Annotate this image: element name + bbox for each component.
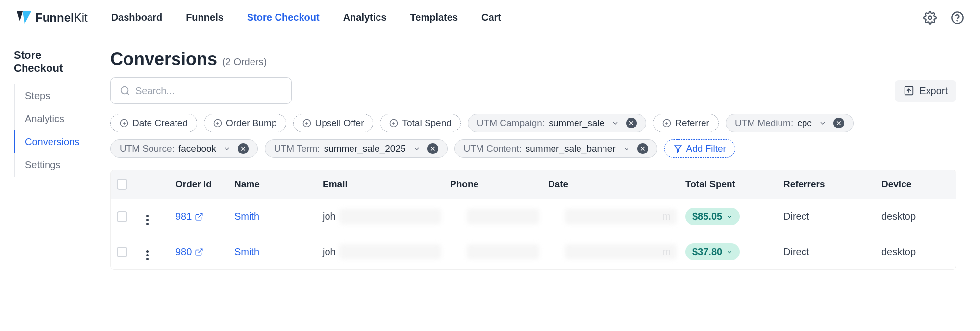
- close-icon[interactable]: ✕: [626, 118, 637, 128]
- svg-line-22: [199, 213, 202, 217]
- chevron-down-icon: [223, 145, 231, 153]
- svg-point-2: [957, 20, 957, 21]
- phone-cell: [450, 246, 548, 257]
- row-checkbox[interactable]: [117, 247, 127, 257]
- plus-icon: [662, 119, 671, 127]
- plus-icon: [302, 119, 311, 127]
- gear-icon[interactable]: [923, 11, 937, 25]
- filter-pill-utm-content[interactable]: UTM Content: summer_sale_banner ✕: [454, 139, 657, 158]
- col-order-id: Order Id: [176, 179, 234, 190]
- device-cell: desktop: [881, 246, 950, 257]
- svg-point-0: [929, 16, 932, 19]
- brand-name: FunnelKit: [35, 11, 88, 25]
- nav-funnels[interactable]: Funnels: [186, 12, 224, 23]
- filter-pill-utm-medium[interactable]: UTM Medium: cpc ✕: [726, 114, 854, 132]
- sidebar-item-conversions[interactable]: Conversions: [14, 130, 87, 153]
- close-icon[interactable]: ✕: [238, 143, 249, 154]
- filter-pill-order-bump[interactable]: Order Bump: [204, 114, 286, 132]
- svg-point-3: [121, 87, 128, 94]
- close-icon[interactable]: ✕: [833, 118, 844, 128]
- export-icon: [904, 85, 914, 96]
- filter-pill-total-spend[interactable]: Total Spend: [380, 114, 460, 132]
- export-label: Export: [919, 85, 948, 97]
- plus-icon: [213, 119, 222, 127]
- col-referrers: Referrers: [783, 179, 881, 190]
- nav-analytics[interactable]: Analytics: [343, 12, 387, 23]
- nav-cart[interactable]: Cart: [481, 12, 501, 23]
- search-row: Export: [110, 77, 956, 104]
- col-device: Device: [881, 179, 950, 190]
- order-link[interactable]: 980: [176, 246, 234, 257]
- add-filter-button[interactable]: Add Filter: [664, 139, 735, 158]
- total-spent-badge[interactable]: $85.05: [685, 208, 740, 225]
- filter-bar: Date Created Order Bump Upsell Offer Tot…: [110, 114, 956, 158]
- main-area: Conversions (2 Orders) Export Date Creat…: [91, 35, 980, 283]
- sidebar: Store Checkout Steps Analytics Conversio…: [0, 35, 91, 283]
- brand-logo[interactable]: FunnelKit: [16, 9, 88, 26]
- filter-icon: [674, 144, 682, 153]
- chevron-down-icon: [819, 119, 827, 127]
- top-header: FunnelKit Dashboard Funnels Store Checko…: [0, 0, 980, 35]
- filter-pill-referrer[interactable]: Referrer: [653, 114, 719, 132]
- sidebar-items: Steps Analytics Conversions Settings: [14, 84, 87, 177]
- name-cell[interactable]: Smith: [234, 211, 323, 222]
- search-box[interactable]: [110, 77, 292, 104]
- email-cell: joh: [323, 246, 450, 257]
- export-button[interactable]: Export: [895, 80, 956, 102]
- sidebar-item-analytics[interactable]: Analytics: [14, 107, 87, 130]
- content-wrapper: Store Checkout Steps Analytics Conversio…: [0, 35, 980, 283]
- table-row: 981 Smith joh m $85.05 Direct desktop: [111, 199, 956, 234]
- referrer-cell: Direct: [783, 211, 881, 222]
- page-title: Conversions: [110, 49, 217, 70]
- chevron-down-icon: [413, 145, 421, 153]
- header-icons: [923, 11, 964, 25]
- phone-cell: [450, 211, 548, 222]
- filter-pill-utm-source[interactable]: UTM Source: facebook ✕: [110, 139, 258, 158]
- col-date: Date: [548, 179, 685, 190]
- sidebar-item-settings[interactable]: Settings: [14, 153, 87, 177]
- table-row: 980 Smith joh m $37.80 Direct desktop: [111, 234, 956, 269]
- email-cell: joh: [323, 211, 450, 222]
- chevron-down-icon: [623, 145, 630, 153]
- external-link-icon: [195, 248, 203, 256]
- title-row: Conversions (2 Orders): [110, 49, 956, 70]
- external-link-icon: [195, 212, 203, 221]
- search-icon: [120, 85, 130, 96]
- close-icon[interactable]: ✕: [427, 143, 438, 154]
- col-email: Email: [323, 179, 450, 190]
- main-nav: Dashboard Funnels Store Checkout Analyti…: [111, 12, 923, 23]
- plus-icon: [120, 119, 128, 127]
- filter-pill-utm-campaign[interactable]: UTM Campaign: summer_sale ✕: [468, 114, 646, 132]
- row-menu-icon[interactable]: [146, 215, 149, 225]
- filter-pill-upsell[interactable]: Upsell Offer: [293, 114, 374, 132]
- logo-mark-icon: [16, 9, 32, 26]
- svg-line-4: [127, 93, 129, 95]
- filter-pill-utm-term[interactable]: UTM Term: summer_sale_2025 ✕: [265, 139, 447, 158]
- row-menu-icon[interactable]: [146, 250, 149, 260]
- sidebar-title: Store Checkout: [14, 49, 87, 75]
- nav-dashboard[interactable]: Dashboard: [111, 12, 162, 23]
- total-spent-badge[interactable]: $37.80: [685, 243, 740, 260]
- close-icon[interactable]: ✕: [637, 143, 648, 154]
- order-link[interactable]: 981: [176, 211, 234, 222]
- device-cell: desktop: [881, 211, 950, 222]
- filter-pill-date-created[interactable]: Date Created: [110, 114, 197, 132]
- chevron-down-icon: [611, 119, 619, 127]
- page-subtitle: (2 Orders): [222, 56, 267, 68]
- chevron-down-icon: [726, 213, 733, 220]
- select-all-checkbox[interactable]: [117, 179, 127, 190]
- nav-templates[interactable]: Templates: [410, 12, 458, 23]
- plus-icon: [389, 119, 398, 127]
- search-input[interactable]: [135, 85, 282, 97]
- sidebar-item-steps[interactable]: Steps: [14, 84, 87, 107]
- help-icon[interactable]: [951, 11, 964, 25]
- nav-store-checkout[interactable]: Store Checkout: [247, 12, 320, 23]
- name-cell[interactable]: Smith: [234, 246, 323, 257]
- col-name: Name: [234, 179, 323, 190]
- col-phone: Phone: [450, 179, 548, 190]
- col-total-spent: Total Spent: [685, 179, 783, 190]
- table-header: Order Id Name Email Phone Date Total Spe…: [111, 170, 956, 199]
- row-checkbox[interactable]: [117, 211, 127, 222]
- chevron-down-icon: [726, 249, 733, 255]
- svg-line-23: [199, 249, 202, 253]
